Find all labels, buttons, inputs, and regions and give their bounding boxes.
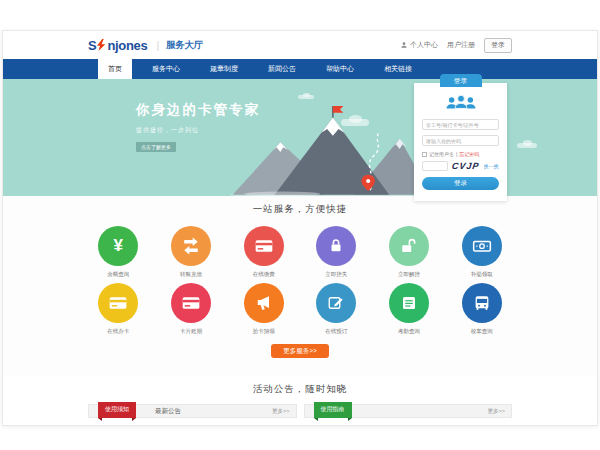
service-label: 在线预订 (325, 328, 347, 335)
transfer-arrows-icon[interactable] (171, 226, 211, 266)
latest-announcements-tab[interactable]: 最新公告 (155, 407, 181, 416)
service-label: 转账充值 (180, 271, 202, 278)
services-section: 一站服务，方便快捷 ¥ 余额查询 转账充值 在线缴费 (3, 196, 597, 376)
personal-center-label: 个人中心 (410, 40, 438, 50)
service-balance[interactable]: ¥ 余额查询 (82, 226, 155, 278)
yuan-icon[interactable]: ¥ (98, 226, 138, 266)
cloud-decoration (298, 95, 314, 99)
usage-notice-tab[interactable]: 使用须知 (98, 402, 136, 418)
password-input[interactable] (422, 135, 499, 146)
bus-icon[interactable] (462, 283, 502, 323)
nav-item-service-center[interactable]: 服务中心 (142, 59, 190, 79)
usage-guide-tab[interactable]: 使用指南 (314, 402, 352, 418)
service-card-extension[interactable]: 卡片延期 (155, 283, 228, 335)
nav-item-news[interactable]: 新闻公告 (258, 59, 306, 79)
more-guides-link[interactable]: 更多>> (488, 408, 505, 415)
service-school-bus[interactable]: 校车查询 (445, 283, 518, 335)
service-cancel-loss[interactable]: 立即解挂 (373, 226, 446, 278)
captcha-input[interactable] (422, 161, 448, 171)
logo-text-s: S (88, 38, 96, 53)
service-label: 校车查询 (471, 328, 493, 335)
service-label: 立即挂失 (325, 271, 347, 278)
service-label: 在线办卡 (107, 328, 129, 335)
credit-card-icon[interactable] (98, 283, 138, 323)
service-label: 立即解挂 (398, 271, 420, 278)
main-nav: 首页 服务中心 规章制度 新闻公告 帮助中心 相关链接 (3, 59, 597, 79)
header: S njones | 服务大厅 个人中心 用户注册 登录 (3, 31, 597, 59)
megaphone-icon[interactable] (244, 283, 284, 323)
services-title: 一站服务，方便快捷 (3, 196, 597, 216)
register-label: 用户注册 (447, 40, 475, 50)
account-input[interactable] (422, 119, 499, 130)
service-online-booking[interactable]: 在线预订 (300, 283, 373, 335)
lock-closed-icon[interactable] (316, 226, 356, 266)
announcements-section: 活动公告，随时知晓 使用须知 最新公告 更多>> 使用指南 更多>> (3, 376, 597, 425)
remember-checkbox[interactable] (422, 152, 427, 157)
service-report-loss[interactable]: 立即挂失 (300, 226, 373, 278)
service-label: 余额查询 (107, 271, 129, 278)
login-tab[interactable]: 登录 (440, 74, 482, 87)
login-panel: 登录 记住用户名 | 忘记密码 CVJP 换一换 登录 (414, 83, 507, 201)
personal-center-link[interactable]: 个人中心 (400, 40, 438, 50)
service-transfer[interactable]: 转账充值 (155, 226, 228, 278)
mountain-illustration (225, 102, 435, 196)
nav-item-links[interactable]: 相关链接 (374, 59, 422, 79)
captcha-image[interactable]: CVJP (451, 161, 480, 171)
service-subsidy[interactable]: 补助领取 (445, 226, 518, 278)
nav-item-rules[interactable]: 规章制度 (200, 59, 248, 79)
lightning-bolt-icon (97, 39, 106, 51)
service-found-card[interactable]: 拾卡招领 (227, 283, 300, 335)
service-label: 补助领取 (471, 271, 493, 278)
credit-card-icon[interactable] (171, 283, 211, 323)
header-login-button[interactable]: 登录 (484, 38, 512, 53)
service-apply-card[interactable]: 在线办卡 (82, 283, 155, 335)
hero-banner: 你身边的卡管专家 提供捷径，一步到位 点击了解更多 (3, 79, 597, 196)
site-name: 服务大厅 (166, 39, 203, 52)
more-notices-link[interactable]: 更多>> (272, 408, 289, 415)
register-link[interactable]: 用户注册 (447, 40, 475, 50)
service-pay-online[interactable]: 在线缴费 (227, 226, 300, 278)
lock-open-icon[interactable] (389, 226, 429, 266)
logo-text-rest: njones (107, 38, 147, 53)
cloud-decoration (517, 143, 537, 148)
service-label: 卡片延期 (180, 328, 202, 335)
person-icon (400, 41, 408, 49)
login-submit-button[interactable]: 登录 (422, 177, 499, 190)
services-row-2: 在线办卡 卡片延期 拾卡招领 在线预订 (82, 283, 518, 335)
captcha-refresh-link[interactable]: 换一换 (484, 163, 499, 169)
edit-square-icon[interactable] (316, 283, 356, 323)
guide-panel: 使用指南 更多>> (304, 404, 513, 418)
service-label: 考勤查询 (398, 328, 420, 335)
nav-item-help[interactable]: 帮助中心 (316, 59, 364, 79)
forgot-password-link[interactable]: 忘记密码 (459, 151, 479, 157)
logo-divider: | (156, 39, 159, 51)
service-label: 拾卡招领 (253, 328, 275, 335)
service-hall-page: S njones | 服务大厅 个人中心 用户注册 登录 首页 服务中心 (2, 30, 598, 426)
list-icon[interactable] (389, 283, 429, 323)
services-row-1: ¥ 余额查询 转账充值 在线缴费 立即挂失 (82, 226, 518, 278)
hero-cta-button[interactable]: 点击了解更多 (136, 142, 176, 152)
service-label: 在线缴费 (253, 271, 275, 278)
announcements-title: 活动公告，随时知晓 (3, 376, 597, 396)
credit-card-icon[interactable] (244, 226, 284, 266)
banknote-icon[interactable] (462, 226, 502, 266)
remember-label: 记住用户名 (429, 151, 454, 157)
notice-panel: 使用须知 最新公告 更多>> (88, 404, 297, 418)
more-services-button[interactable]: 更多服务>> (271, 344, 329, 358)
nav-item-home[interactable]: 首页 (98, 59, 132, 79)
users-group-icon (414, 94, 507, 115)
separator: | (456, 151, 457, 157)
service-attendance[interactable]: 考勤查询 (373, 283, 446, 335)
synjones-logo[interactable]: S njones | 服务大厅 (88, 38, 203, 53)
